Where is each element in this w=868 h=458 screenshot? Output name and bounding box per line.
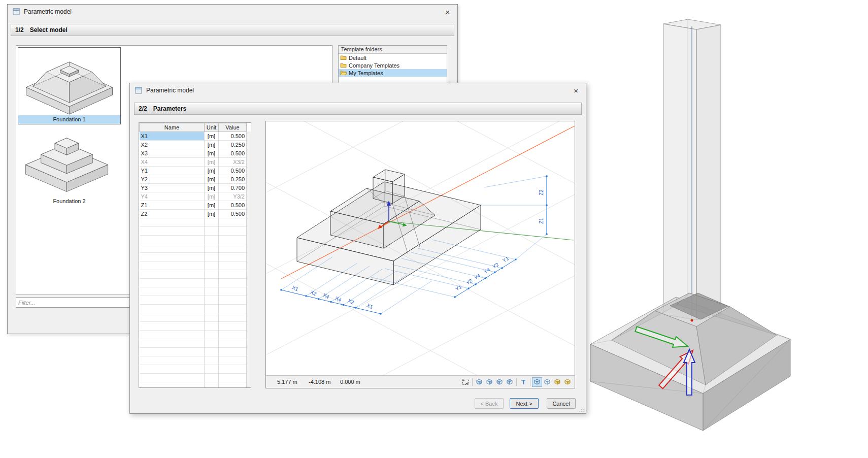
template-item-foundation-1[interactable]: Foundation 1	[18, 47, 121, 124]
empty-row[interactable]	[140, 296, 247, 305]
empty-row[interactable]	[140, 374, 247, 382]
param-row[interactable]: Y2 [m] 0.250	[140, 175, 247, 184]
zoom-fit-icon[interactable]	[460, 377, 471, 387]
foundation-2-thumbnail	[18, 127, 121, 197]
folder-item-default[interactable]: Default	[339, 54, 447, 61]
empty-row[interactable]	[140, 305, 247, 313]
viewport-statusbar: 5.177 m -4.108 m 0.000 m	[266, 375, 575, 388]
svg-text:Z1: Z1	[539, 218, 544, 224]
empty-row[interactable]	[140, 365, 247, 374]
foundation-1-thumbnail	[18, 48, 120, 115]
preview-viewport[interactable]: X1 X2 X4 X4 X2 X1	[265, 121, 575, 388]
param-row[interactable]: Y4 [m] Y3/2	[140, 192, 247, 201]
titlebar[interactable]: Parametric model ×	[130, 83, 586, 97]
empty-row[interactable]	[140, 261, 247, 270]
open-folder-icon	[340, 70, 347, 76]
view-iso-icon[interactable]	[474, 377, 484, 387]
empty-row[interactable]	[140, 331, 247, 339]
mode-wireframe-icon[interactable]	[532, 377, 542, 387]
view-side-icon[interactable]	[494, 377, 505, 387]
resize-grip[interactable]: .::	[579, 408, 584, 413]
col-header-unit[interactable]: Unit	[205, 123, 219, 132]
desktop: Parametric model × 1/2Select model	[0, 0, 868, 458]
labels-toggle-icon[interactable]: T	[518, 377, 528, 387]
param-unit-cell: [m]	[205, 141, 219, 149]
empty-row[interactable]	[140, 287, 247, 296]
empty-row[interactable]	[140, 313, 247, 322]
window-title: Parametric model	[24, 8, 443, 15]
col-header-name[interactable]: Name	[140, 123, 205, 132]
folder-item-company-templates[interactable]: Company Templates	[339, 61, 447, 69]
main-3d-view[interactable]	[584, 0, 868, 458]
empty-row[interactable]	[140, 218, 247, 227]
step-header: 2/2Parameters	[134, 103, 582, 115]
viewport-toolbar: T	[460, 377, 575, 387]
empty-row[interactable]	[140, 244, 247, 253]
mode-rendered-icon[interactable]	[562, 377, 573, 387]
param-value-cell[interactable]: 0.250	[219, 175, 247, 184]
param-value-cell[interactable]: X3/2	[219, 158, 247, 167]
param-name-cell[interactable]: Y1	[140, 167, 205, 175]
view-top-icon[interactable]	[505, 377, 515, 387]
param-value-cell[interactable]: 0.250	[219, 141, 247, 149]
param-value-cell[interactable]: 0.500	[219, 210, 247, 218]
cancel-button[interactable]: Cancel	[547, 398, 576, 409]
table-scrollbar[interactable]	[246, 132, 251, 387]
param-name-cell[interactable]: X1	[140, 132, 205, 141]
view-front-icon[interactable]	[484, 377, 494, 387]
template-item-foundation-2[interactable]: Foundation 2	[18, 127, 121, 206]
back-button[interactable]: < Back	[475, 398, 504, 409]
param-row[interactable]: X2 [m] 0.250	[140, 141, 247, 149]
empty-row[interactable]	[140, 279, 247, 287]
param-name-cell[interactable]: X4	[140, 158, 205, 167]
param-value-cell[interactable]: 0.500	[219, 132, 247, 141]
titlebar[interactable]: Parametric model ×	[8, 5, 457, 19]
next-button[interactable]: Next >	[510, 398, 539, 409]
preview-3d-scene[interactable]: X1 X2 X4 X4 X2 X1	[266, 121, 575, 376]
empty-row[interactable]	[140, 382, 247, 388]
param-row[interactable]: Z1 [m] 0.500	[140, 201, 247, 210]
empty-row[interactable]	[140, 236, 247, 244]
param-row[interactable]: X1 [m] 0.500	[140, 132, 247, 141]
col-header-value[interactable]: Value	[219, 123, 247, 132]
close-icon[interactable]: ×	[571, 87, 581, 94]
param-value-cell[interactable]: 0.500	[219, 149, 247, 158]
param-name-cell[interactable]: Z1	[140, 201, 205, 210]
param-value-cell[interactable]: Y3/2	[219, 192, 247, 201]
empty-row[interactable]	[140, 227, 247, 236]
param-value-cell[interactable]: 0.500	[219, 167, 247, 175]
param-name-cell[interactable]: Z2	[140, 210, 205, 218]
folder-item-my-templates[interactable]: My Templates	[339, 69, 447, 77]
param-name-cell[interactable]: Y3	[140, 184, 205, 192]
table-header-row: Name Unit Value	[140, 123, 247, 132]
param-row[interactable]: Y1 [m] 0.500	[140, 167, 247, 175]
node-point	[691, 319, 693, 322]
empty-row[interactable]	[140, 356, 247, 365]
param-row[interactable]: X3 [m] 0.500	[140, 149, 247, 158]
mode-solid-icon[interactable]	[552, 377, 562, 387]
empty-row[interactable]	[140, 253, 247, 261]
param-row[interactable]: Y3 [m] 0.700	[140, 184, 247, 192]
param-value-cell[interactable]: 0.700	[219, 184, 247, 192]
param-unit-cell: [m]	[205, 210, 219, 218]
svg-text:X1: X1	[366, 302, 374, 310]
empty-row[interactable]	[140, 348, 247, 356]
empty-row[interactable]	[140, 339, 247, 348]
param-name-cell[interactable]: X3	[140, 149, 205, 158]
param-row[interactable]: X4 [m] X3/2	[140, 158, 247, 167]
empty-row[interactable]	[140, 270, 247, 279]
param-row[interactable]: Z2 [m] 0.500	[140, 210, 247, 218]
mode-hidden-line-icon[interactable]	[542, 377, 552, 387]
param-name-cell[interactable]: Y4	[140, 192, 205, 201]
cursor-x-coordinate: 5.177 m	[277, 379, 309, 385]
close-icon[interactable]: ×	[443, 8, 452, 16]
param-name-cell[interactable]: X2	[140, 141, 205, 149]
step-number: 1/2	[15, 26, 24, 34]
param-value-cell[interactable]: 0.500	[219, 201, 247, 210]
x-dimension-chain: X1 X2 X4 X4 X2 X1	[280, 284, 382, 315]
y-dimension-chain: Y1 Y2 Y4 Y4 Y2 Y1	[454, 255, 517, 298]
folders-header: Template folders	[339, 46, 447, 54]
param-name-cell[interactable]: Y2	[140, 175, 205, 184]
empty-row[interactable]	[140, 322, 247, 331]
param-unit-cell: [m]	[205, 184, 219, 192]
